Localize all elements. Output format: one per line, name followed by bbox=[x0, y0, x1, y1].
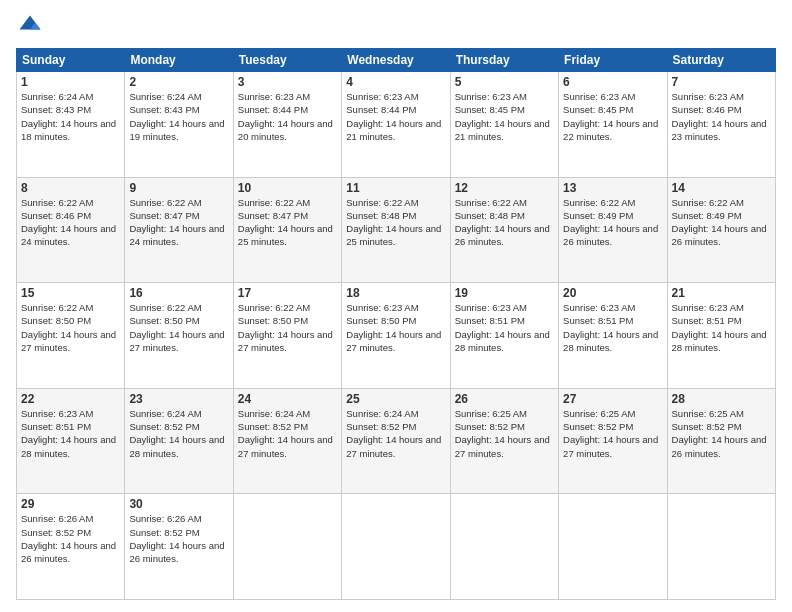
day-number: 28 bbox=[672, 392, 771, 406]
day-number: 17 bbox=[238, 286, 337, 300]
day-detail: Sunrise: 6:23 AMSunset: 8:51 PMDaylight:… bbox=[21, 408, 116, 459]
day-number: 19 bbox=[455, 286, 554, 300]
day-number: 20 bbox=[563, 286, 662, 300]
day-detail: Sunrise: 6:22 AMSunset: 8:46 PMDaylight:… bbox=[21, 197, 116, 248]
calendar-table: SundayMondayTuesdayWednesdayThursdayFrid… bbox=[16, 48, 776, 600]
day-detail: Sunrise: 6:22 AMSunset: 8:50 PMDaylight:… bbox=[238, 302, 333, 353]
calendar-week-row: 1 Sunrise: 6:24 AMSunset: 8:43 PMDayligh… bbox=[17, 72, 776, 178]
day-number: 5 bbox=[455, 75, 554, 89]
day-number: 14 bbox=[672, 181, 771, 195]
calendar-cell: 4 Sunrise: 6:23 AMSunset: 8:44 PMDayligh… bbox=[342, 72, 450, 178]
day-number: 25 bbox=[346, 392, 445, 406]
logo-icon bbox=[16, 12, 44, 40]
day-detail: Sunrise: 6:24 AMSunset: 8:52 PMDaylight:… bbox=[346, 408, 441, 459]
day-number: 24 bbox=[238, 392, 337, 406]
weekday-header: Tuesday bbox=[233, 49, 341, 72]
day-detail: Sunrise: 6:22 AMSunset: 8:48 PMDaylight:… bbox=[455, 197, 550, 248]
logo bbox=[16, 12, 48, 40]
calendar-week-row: 15 Sunrise: 6:22 AMSunset: 8:50 PMDaylig… bbox=[17, 283, 776, 389]
day-detail: Sunrise: 6:23 AMSunset: 8:50 PMDaylight:… bbox=[346, 302, 441, 353]
day-number: 27 bbox=[563, 392, 662, 406]
day-number: 15 bbox=[21, 286, 120, 300]
day-detail: Sunrise: 6:22 AMSunset: 8:47 PMDaylight:… bbox=[238, 197, 333, 248]
day-detail: Sunrise: 6:22 AMSunset: 8:48 PMDaylight:… bbox=[346, 197, 441, 248]
calendar-cell: 30 Sunrise: 6:26 AMSunset: 8:52 PMDaylig… bbox=[125, 494, 233, 600]
calendar-cell bbox=[667, 494, 775, 600]
calendar-cell bbox=[450, 494, 558, 600]
day-detail: Sunrise: 6:24 AMSunset: 8:43 PMDaylight:… bbox=[129, 91, 224, 142]
weekday-header: Saturday bbox=[667, 49, 775, 72]
day-detail: Sunrise: 6:25 AMSunset: 8:52 PMDaylight:… bbox=[672, 408, 767, 459]
day-number: 29 bbox=[21, 497, 120, 511]
weekday-header: Sunday bbox=[17, 49, 125, 72]
day-detail: Sunrise: 6:22 AMSunset: 8:49 PMDaylight:… bbox=[563, 197, 658, 248]
day-number: 1 bbox=[21, 75, 120, 89]
calendar-cell: 18 Sunrise: 6:23 AMSunset: 8:50 PMDaylig… bbox=[342, 283, 450, 389]
calendar-cell bbox=[559, 494, 667, 600]
calendar-cell: 3 Sunrise: 6:23 AMSunset: 8:44 PMDayligh… bbox=[233, 72, 341, 178]
day-number: 30 bbox=[129, 497, 228, 511]
calendar-cell: 14 Sunrise: 6:22 AMSunset: 8:49 PMDaylig… bbox=[667, 177, 775, 283]
calendar-cell: 15 Sunrise: 6:22 AMSunset: 8:50 PMDaylig… bbox=[17, 283, 125, 389]
calendar-cell bbox=[342, 494, 450, 600]
calendar-cell: 17 Sunrise: 6:22 AMSunset: 8:50 PMDaylig… bbox=[233, 283, 341, 389]
calendar-cell: 10 Sunrise: 6:22 AMSunset: 8:47 PMDaylig… bbox=[233, 177, 341, 283]
day-detail: Sunrise: 6:23 AMSunset: 8:51 PMDaylight:… bbox=[455, 302, 550, 353]
calendar-cell: 7 Sunrise: 6:23 AMSunset: 8:46 PMDayligh… bbox=[667, 72, 775, 178]
day-detail: Sunrise: 6:23 AMSunset: 8:51 PMDaylight:… bbox=[672, 302, 767, 353]
calendar-cell: 28 Sunrise: 6:25 AMSunset: 8:52 PMDaylig… bbox=[667, 388, 775, 494]
weekday-header: Thursday bbox=[450, 49, 558, 72]
day-detail: Sunrise: 6:23 AMSunset: 8:44 PMDaylight:… bbox=[346, 91, 441, 142]
day-number: 16 bbox=[129, 286, 228, 300]
day-number: 3 bbox=[238, 75, 337, 89]
day-detail: Sunrise: 6:25 AMSunset: 8:52 PMDaylight:… bbox=[563, 408, 658, 459]
day-number: 22 bbox=[21, 392, 120, 406]
calendar-cell: 20 Sunrise: 6:23 AMSunset: 8:51 PMDaylig… bbox=[559, 283, 667, 389]
calendar-cell: 23 Sunrise: 6:24 AMSunset: 8:52 PMDaylig… bbox=[125, 388, 233, 494]
day-number: 2 bbox=[129, 75, 228, 89]
day-detail: Sunrise: 6:26 AMSunset: 8:52 PMDaylight:… bbox=[21, 513, 116, 564]
calendar-cell: 16 Sunrise: 6:22 AMSunset: 8:50 PMDaylig… bbox=[125, 283, 233, 389]
day-detail: Sunrise: 6:22 AMSunset: 8:47 PMDaylight:… bbox=[129, 197, 224, 248]
calendar-cell: 24 Sunrise: 6:24 AMSunset: 8:52 PMDaylig… bbox=[233, 388, 341, 494]
day-detail: Sunrise: 6:22 AMSunset: 8:50 PMDaylight:… bbox=[129, 302, 224, 353]
day-detail: Sunrise: 6:22 AMSunset: 8:49 PMDaylight:… bbox=[672, 197, 767, 248]
calendar-cell: 13 Sunrise: 6:22 AMSunset: 8:49 PMDaylig… bbox=[559, 177, 667, 283]
weekday-header: Monday bbox=[125, 49, 233, 72]
day-number: 12 bbox=[455, 181, 554, 195]
calendar-cell: 19 Sunrise: 6:23 AMSunset: 8:51 PMDaylig… bbox=[450, 283, 558, 389]
day-detail: Sunrise: 6:23 AMSunset: 8:45 PMDaylight:… bbox=[455, 91, 550, 142]
day-detail: Sunrise: 6:22 AMSunset: 8:50 PMDaylight:… bbox=[21, 302, 116, 353]
day-number: 6 bbox=[563, 75, 662, 89]
calendar-cell: 21 Sunrise: 6:23 AMSunset: 8:51 PMDaylig… bbox=[667, 283, 775, 389]
day-detail: Sunrise: 6:23 AMSunset: 8:44 PMDaylight:… bbox=[238, 91, 333, 142]
day-number: 26 bbox=[455, 392, 554, 406]
calendar-cell: 12 Sunrise: 6:22 AMSunset: 8:48 PMDaylig… bbox=[450, 177, 558, 283]
day-number: 9 bbox=[129, 181, 228, 195]
weekday-header: Wednesday bbox=[342, 49, 450, 72]
day-number: 7 bbox=[672, 75, 771, 89]
day-number: 18 bbox=[346, 286, 445, 300]
calendar-cell: 6 Sunrise: 6:23 AMSunset: 8:45 PMDayligh… bbox=[559, 72, 667, 178]
calendar-cell: 8 Sunrise: 6:22 AMSunset: 8:46 PMDayligh… bbox=[17, 177, 125, 283]
calendar-cell: 11 Sunrise: 6:22 AMSunset: 8:48 PMDaylig… bbox=[342, 177, 450, 283]
page: SundayMondayTuesdayWednesdayThursdayFrid… bbox=[0, 0, 792, 612]
calendar-cell bbox=[233, 494, 341, 600]
day-detail: Sunrise: 6:24 AMSunset: 8:52 PMDaylight:… bbox=[129, 408, 224, 459]
calendar-cell: 22 Sunrise: 6:23 AMSunset: 8:51 PMDaylig… bbox=[17, 388, 125, 494]
calendar-cell: 2 Sunrise: 6:24 AMSunset: 8:43 PMDayligh… bbox=[125, 72, 233, 178]
calendar-cell: 29 Sunrise: 6:26 AMSunset: 8:52 PMDaylig… bbox=[17, 494, 125, 600]
day-number: 23 bbox=[129, 392, 228, 406]
header bbox=[16, 12, 776, 40]
calendar-week-row: 22 Sunrise: 6:23 AMSunset: 8:51 PMDaylig… bbox=[17, 388, 776, 494]
day-detail: Sunrise: 6:23 AMSunset: 8:45 PMDaylight:… bbox=[563, 91, 658, 142]
day-number: 21 bbox=[672, 286, 771, 300]
day-number: 11 bbox=[346, 181, 445, 195]
day-number: 4 bbox=[346, 75, 445, 89]
day-number: 8 bbox=[21, 181, 120, 195]
day-detail: Sunrise: 6:24 AMSunset: 8:52 PMDaylight:… bbox=[238, 408, 333, 459]
day-detail: Sunrise: 6:24 AMSunset: 8:43 PMDaylight:… bbox=[21, 91, 116, 142]
calendar-cell: 5 Sunrise: 6:23 AMSunset: 8:45 PMDayligh… bbox=[450, 72, 558, 178]
calendar-week-row: 8 Sunrise: 6:22 AMSunset: 8:46 PMDayligh… bbox=[17, 177, 776, 283]
day-number: 13 bbox=[563, 181, 662, 195]
